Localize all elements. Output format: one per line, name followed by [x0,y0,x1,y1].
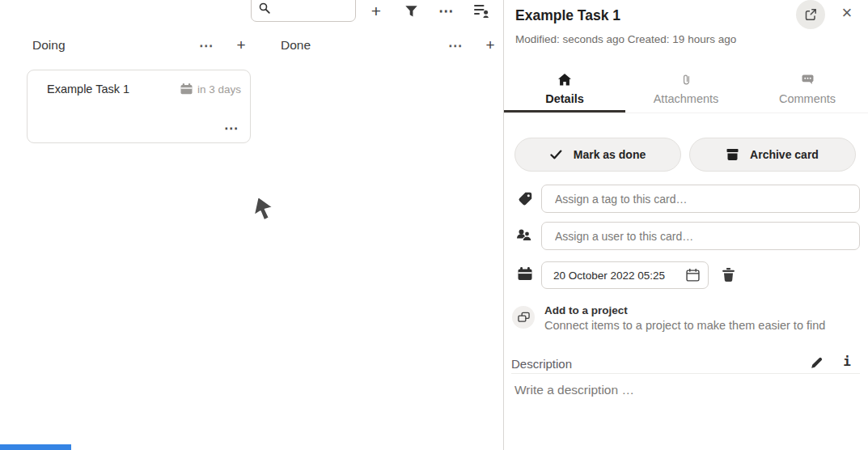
progress-accent-bar [0,444,71,450]
plus-icon: + [236,37,245,53]
card-due-text: in 3 days [197,83,241,96]
plus-icon: + [485,37,494,53]
project-row-title[interactable]: Add to a project [544,304,628,316]
card-menu-button[interactable]: ⋯ [224,121,239,135]
card-actions: Mark as done Archive card [514,138,856,172]
description-separator [511,373,860,374]
description-label: Description [511,357,572,371]
open-calendar-button[interactable] [684,266,701,284]
panel-task-title: Example Task 1 [515,7,620,24]
card-due-badge: in 3 days [180,83,241,96]
mouse-cursor [252,196,275,225]
pencil-icon [811,356,824,369]
close-panel-button[interactable]: × [836,2,857,23]
paperclip-icon [681,73,692,87]
ellipsis-icon: ⋯ [448,39,463,53]
home-icon [558,73,571,87]
mark-as-done-button[interactable]: Mark as done [514,138,681,172]
search-field[interactable] [251,0,356,22]
tab-comments[interactable]: Comments [747,68,868,112]
task-card[interactable]: Example Task 1 in 3 days ⋯ [27,70,251,143]
sort-assign-button[interactable] [473,3,489,19]
tab-attachments-label: Attachments [654,92,719,105]
archive-card-button[interactable]: Archive card [689,138,856,172]
column-doing-add-button[interactable]: + [232,35,250,54]
mark-as-done-label: Mark as done [574,148,646,161]
panel-task-meta: Modified: seconds ago Created: 19 hours … [515,33,736,45]
tab-comments-label: Comments [779,92,836,105]
calendar-icon [180,83,193,95]
board-menu-button[interactable]: ⋯ [437,1,456,20]
ellipsis-icon: ⋯ [438,3,455,19]
filter-button[interactable] [404,4,418,19]
description-info-button[interactable]: i [840,353,854,369]
search-input[interactable] [275,0,356,16]
description-editor[interactable]: Write a description … [514,383,634,397]
column-done-menu-button[interactable]: ⋯ [446,36,465,54]
check-icon [550,150,562,159]
sort-user-icon [474,4,489,18]
archive-card-label: Archive card [750,148,819,161]
info-icon: i [843,354,851,369]
ellipsis-icon: ⋯ [199,39,214,53]
add-to-project-button[interactable] [512,306,535,329]
tab-details-label: Details [545,92,584,105]
ellipsis-icon: ⋯ [224,121,239,135]
search-icon [259,2,270,14]
plus-icon: + [371,2,381,19]
card-title: Example Task 1 [47,83,180,96]
tab-details[interactable]: Details [504,68,625,112]
assign-tag-input[interactable] [542,185,859,212]
close-icon: × [842,2,853,23]
column-title-done: Done [281,38,311,53]
app-window: + ⋯ Doing ⋯ + Done ⋯ + [0,0,868,450]
filter-funnel-icon [405,6,417,18]
column-done-add-button[interactable]: + [481,35,499,54]
column-doing-menu-button[interactable]: ⋯ [197,36,216,54]
due-date-value: 20 October 2022 05:25 [553,270,684,282]
panel-tabs: Details Attachments Comments [504,68,868,113]
tag-icon [518,192,532,206]
assign-user-field[interactable] [541,222,860,250]
add-card-button[interactable]: + [366,0,387,21]
users-icon [516,229,532,242]
projects-icon [518,312,530,323]
project-row-subtitle: Connect items to a project to make them … [544,319,825,332]
calendar-icon [518,267,532,281]
edit-description-button[interactable] [809,354,825,371]
trash-icon [722,268,735,282]
assign-tag-field[interactable] [541,185,860,213]
comments-icon [802,73,814,87]
open-in-window-button[interactable] [796,0,825,29]
due-date-field[interactable]: 20 October 2022 05:25 [541,261,709,289]
assign-user-input[interactable] [542,223,859,249]
external-link-icon [804,8,817,21]
archive-icon [726,149,739,160]
calendar-outline-icon [686,269,700,282]
tab-attachments[interactable]: Attachments [625,68,747,112]
remove-due-date-button[interactable] [720,266,736,282]
column-title-doing: Doing [32,38,66,53]
